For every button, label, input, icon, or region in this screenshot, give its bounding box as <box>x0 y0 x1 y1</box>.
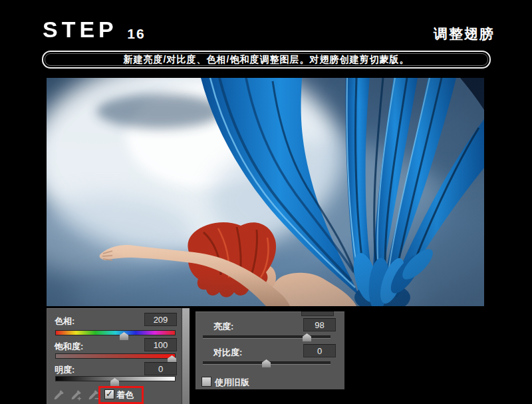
step-logo: STEP 16 <box>43 18 146 44</box>
brightness-label: 亮度: <box>213 321 233 333</box>
panel-scrollbar[interactable] <box>182 308 190 404</box>
lightness-label: 明度: <box>55 364 74 376</box>
step-logo-word: STEP <box>43 18 118 43</box>
colorize-checkbox[interactable]: ✓ <box>104 389 114 399</box>
wings-photo-art <box>47 78 484 306</box>
hue-slider[interactable] <box>55 330 176 335</box>
hue-input[interactable]: 209 <box>144 313 177 326</box>
contrast-input[interactable]: 0 <box>303 344 336 357</box>
brightness-input[interactable]: 98 <box>303 318 336 331</box>
hue-label: 色相: <box>55 315 74 327</box>
colorize-label: 着色 <box>116 389 134 401</box>
saturation-input[interactable]: 100 <box>144 338 177 351</box>
cropped-input-fragment <box>301 311 334 316</box>
page-title: 调整翅膀 <box>434 25 495 43</box>
saturation-slider[interactable] <box>55 353 176 359</box>
contrast-slider-thumb[interactable] <box>262 359 271 367</box>
eyedropper-subtract-icon[interactable] <box>88 389 99 401</box>
brightness-contrast-panel: 亮度: 98 对比度: 0 使用旧版 <box>196 311 344 389</box>
hue-value: 209 <box>154 315 168 325</box>
step-logo-number: 16 <box>127 26 145 42</box>
brightness-value: 98 <box>315 320 324 330</box>
contrast-value: 0 <box>317 346 322 356</box>
saturation-label: 饱和度: <box>55 341 83 353</box>
brightness-slider[interactable] <box>203 335 331 339</box>
use-legacy-checkbox[interactable] <box>201 377 211 387</box>
instruction-bar: 新建亮度/对比度、色相/饱和度调整图层。对翅膀创建剪切蒙版。 <box>42 51 491 69</box>
vignette <box>47 78 484 306</box>
hue-saturation-panel: 色相: 209 饱和度: 100 明度: 0 <box>47 308 190 404</box>
instruction-text: 新建亮度/对比度、色相/饱和度调整图层。对翅膀创建剪切蒙版。 <box>124 54 410 66</box>
use-legacy-label: 使用旧版 <box>215 377 249 389</box>
lightness-input[interactable]: 0 <box>144 362 177 375</box>
contrast-label: 对比度: <box>213 347 242 359</box>
wings-photo <box>47 78 484 306</box>
tutorial-page: STEP 16 调整翅膀 新建亮度/对比度、色相/饱和度调整图层。对翅膀创建剪切… <box>0 0 532 404</box>
lightness-value: 0 <box>158 364 163 374</box>
saturation-value: 100 <box>154 340 168 350</box>
checkmark-icon: ✓ <box>106 389 113 399</box>
eyedropper-add-icon[interactable] <box>70 389 82 401</box>
eyedropper-icon[interactable] <box>53 389 65 401</box>
brightness-slider-thumb[interactable] <box>303 333 311 341</box>
